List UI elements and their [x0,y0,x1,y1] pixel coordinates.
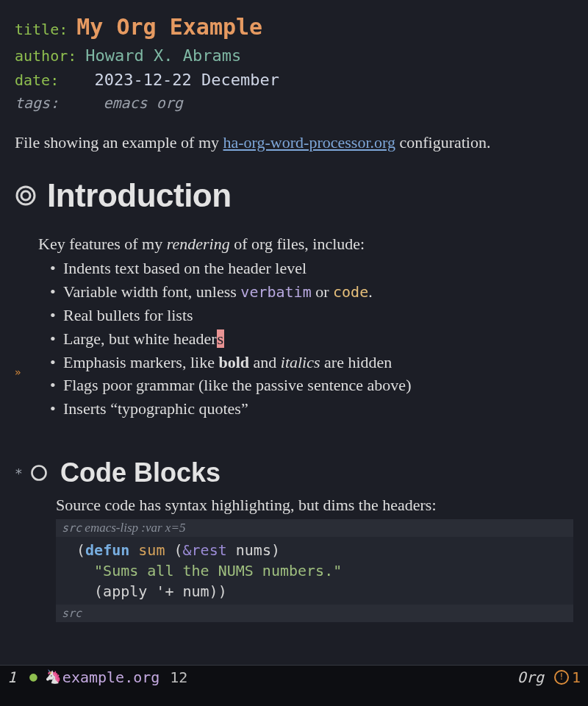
heading-introduction[interactable]: Introduction [15,177,573,214]
intro-prefix: File showing an example of my [15,133,223,151]
code-intro: Source code has syntax highlighting, but… [56,496,573,515]
meta-key-author: author: [15,47,76,65]
svg-point-0 [17,187,35,204]
doom-unicorn-icon: 🦄 [45,668,61,684]
svg-point-2 [32,466,46,480]
document-tags: emacs org [103,94,182,112]
meta-key-title: title: [15,21,68,38]
meta-title-line: title: My Org Example [15,10,573,43]
config-link[interactable]: ha-org-word-processor.org [223,133,395,151]
heading-1-text: Introduction [47,177,232,214]
intro-suffix: configuration. [395,133,491,151]
meta-author-line: author: Howard X. Abrams [15,43,573,68]
list-item: Flags poor grammar (like the passive sen… [50,374,573,397]
meta-key-tags: tags: [15,94,59,112]
list-item: Real bullets for lists [50,304,573,327]
list-item: Indents text based on the header level [50,257,573,280]
document-date: 2023-12-22 December [94,71,279,89]
list-item-cursor-line: Large, but white headers [50,327,573,351]
code-text: code [333,283,368,301]
heading-code-blocks[interactable]: * Code Blocks [15,457,573,488]
source-header: src emacs-lisp :var x=5 [56,519,573,537]
meta-tags-line: tags: emacs org [15,92,573,114]
meta-date-line: date: 2023-12-22 December [15,68,573,92]
major-mode[interactable]: Org [517,668,544,686]
source-code: (defun sum (&rest nums) "Sums all the NU… [56,537,573,605]
flycheck-warning[interactable]: ! 1 [554,668,581,686]
heading-bullet-icon [15,185,37,207]
document-author: Howard X. Abrams [85,46,241,65]
list-item: Inserts “typographic quotes” [50,397,573,421]
heading-2-text: Code Blocks [60,457,220,488]
buffer-filename[interactable]: example.org [62,668,159,686]
fringe-indicator-icon: » [15,366,21,378]
heading-star: * [15,466,28,481]
document-title: My Org Example [76,14,262,40]
modified-indicator-icon: ● [29,668,37,684]
warning-icon: ! [554,670,569,685]
editor-buffer[interactable]: title: My Org Example author: Howard X. … [0,0,588,622]
source-block[interactable]: src emacs-lisp :var x=5 (defun sum (&res… [56,519,573,622]
cursor-position: 12 [170,668,187,686]
svg-point-1 [21,191,30,200]
verbatim-text: verbatim [240,283,311,301]
list-item: Variable width font, unless verbatim or … [50,280,573,304]
features-paragraph: Key features of my rendering of org file… [38,235,573,254]
heading-bullet-icon [28,462,50,484]
meta-key-date: date: [15,71,59,89]
warning-count: 1 [572,668,581,686]
text-cursor: s [217,329,225,348]
source-footer: src [56,605,573,622]
list-item: Emphasis markers, like bold and italics … [50,351,573,374]
intro-paragraph: File showing an example of my ha-org-wor… [15,133,573,152]
window-number: 1 [7,668,22,686]
features-list: Indents text based on the header level V… [50,257,573,421]
modeline[interactable]: 1 ● 🦄 example.org 12 Org ! 1 [0,665,588,706]
